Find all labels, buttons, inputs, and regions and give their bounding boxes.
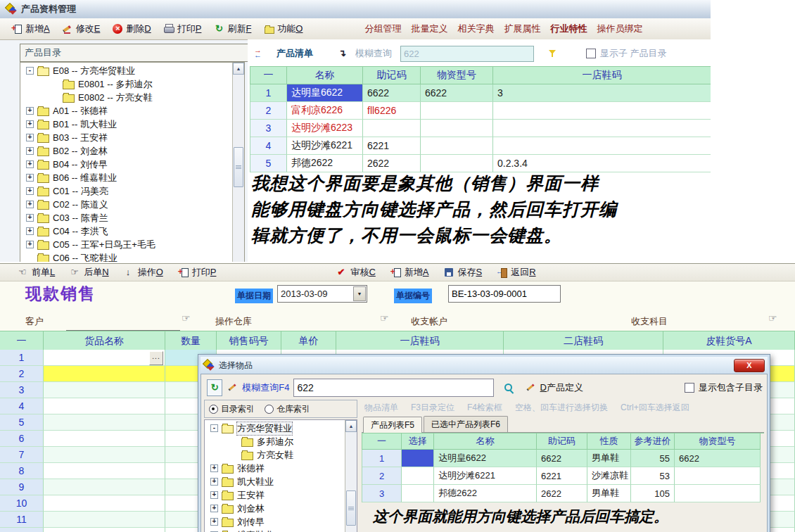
column-header[interactable]: 货品名称 bbox=[44, 331, 165, 351]
cell-nature[interactable]: 男单鞋 bbox=[587, 485, 631, 502]
cell-model[interactable]: 6622 bbox=[421, 84, 493, 102]
cell-item-name[interactable]: ... bbox=[44, 512, 165, 528]
filter-icon[interactable] bbox=[548, 49, 558, 58]
doc-date-combo[interactable]: 2013-03-09 ▼ bbox=[277, 285, 367, 303]
tree-expander-icon[interactable] bbox=[26, 120, 34, 128]
scrollbar-thumb[interactable] bbox=[234, 147, 243, 187]
cell-item-name[interactable]: ... bbox=[44, 479, 165, 495]
cell-name[interactable]: 邦德2622 bbox=[434, 485, 537, 502]
tree-item[interactable]: 刘传早 bbox=[205, 515, 357, 528]
dialog-titlebar[interactable]: 选择物品 X bbox=[201, 357, 768, 374]
tree-item[interactable]: B01 -- 凯大鞋业 bbox=[20, 118, 244, 131]
scrollbar-thumb[interactable] bbox=[346, 490, 356, 526]
column-header[interactable]: 名称 bbox=[287, 67, 363, 84]
table-row[interactable]: 1 达明皇6622 6622 6622 3 bbox=[250, 84, 711, 102]
cell-item-name[interactable]: ... bbox=[44, 463, 165, 479]
refresh-button[interactable] bbox=[207, 379, 222, 396]
column-header[interactable]: 数量 bbox=[165, 331, 217, 351]
cell-model[interactable] bbox=[675, 485, 761, 502]
tree-expander-icon[interactable] bbox=[26, 134, 34, 141]
cell-name[interactable]: 达明沙滩6221 bbox=[287, 137, 363, 155]
tab-product-list[interactable]: 产品列表F5 bbox=[363, 417, 422, 433]
cell-select[interactable] bbox=[402, 485, 434, 502]
cell-shoe-size[interactable]: 3 bbox=[493, 84, 711, 102]
table-row[interactable]: 3 邦德2622 2622 男单鞋 105 bbox=[362, 485, 764, 502]
column-header[interactable]: 一店鞋码 bbox=[336, 331, 504, 351]
picker-hand-icon[interactable] bbox=[182, 312, 191, 324]
cell-item-name[interactable]: ... bbox=[44, 350, 165, 366]
show-sub-checkbox[interactable] bbox=[586, 49, 596, 58]
tree-expander-icon[interactable] bbox=[26, 147, 34, 155]
cell-model[interactable] bbox=[421, 137, 493, 155]
tab-selected-list[interactable]: 已选中产品列表F6 bbox=[424, 416, 508, 432]
show-sub-dir-checkbox[interactable] bbox=[685, 383, 694, 393]
tree-expander-icon[interactable] bbox=[210, 478, 218, 486]
print-button[interactable]: 打印P bbox=[158, 20, 208, 37]
cell-item-name[interactable]: ... bbox=[44, 528, 165, 532]
cell-model[interactable]: 6622 bbox=[675, 450, 761, 467]
chevron-down-icon[interactable]: ▼ bbox=[353, 286, 366, 301]
cell-name[interactable]: 达明皇6622 bbox=[287, 84, 363, 102]
toolbar-link[interactable]: 操作员绑定 bbox=[597, 23, 642, 35]
toolbar-link[interactable]: 批量定义 bbox=[411, 23, 447, 35]
tree-expander-icon[interactable] bbox=[26, 160, 34, 168]
cell-mnemonic[interactable]: fll6226 bbox=[363, 102, 421, 120]
magnifier-icon[interactable] bbox=[504, 383, 514, 393]
cell-item-name[interactable]: ... bbox=[44, 495, 165, 512]
column-header[interactable]: 名称 bbox=[434, 433, 537, 450]
cell-mnemonic[interactable] bbox=[363, 120, 421, 137]
cell-mnemonic[interactable]: 6622 bbox=[537, 450, 587, 467]
add-button[interactable]: 新增A bbox=[391, 266, 429, 279]
cell-mnemonic[interactable]: 2622 bbox=[537, 485, 587, 502]
tree-item[interactable]: C05 -- 王军+日鸟王+毛毛 bbox=[20, 238, 244, 251]
cell-model[interactable] bbox=[421, 120, 493, 137]
tree-item[interactable]: B04 -- 刘传早 bbox=[20, 158, 244, 171]
cell-ref-price[interactable]: 55 bbox=[631, 450, 675, 467]
cell-nature[interactable]: 沙滩凉鞋 bbox=[587, 467, 631, 485]
tree-item[interactable]: B02 -- 刘金林 bbox=[20, 144, 244, 158]
function-button[interactable]: 功能O bbox=[257, 20, 309, 37]
tree-item[interactable]: 方亮华贸鞋业 bbox=[205, 422, 357, 435]
table-row[interactable]: 2 达明沙滩6221 6221 沙滩凉鞋 53 bbox=[362, 467, 764, 485]
tree-expander-icon[interactable] bbox=[26, 201, 34, 208]
column-header[interactable]: 二店鞋码 bbox=[504, 331, 663, 351]
tree-item[interactable]: A01 -- 张德祥 bbox=[20, 104, 244, 118]
delete-button[interactable]: 删除D bbox=[106, 20, 157, 37]
doc-number-input[interactable] bbox=[448, 285, 561, 303]
column-header[interactable]: 一店鞋码 bbox=[493, 67, 711, 84]
cell-item-name[interactable]: ... bbox=[44, 414, 165, 431]
fuzzy-search-input[interactable] bbox=[400, 46, 534, 62]
return-button[interactable]: 返回R bbox=[497, 266, 535, 279]
dialog-search-input[interactable] bbox=[293, 379, 493, 397]
toolbar-link[interactable]: 扩展属性 bbox=[504, 23, 540, 35]
operate-button[interactable]: 操作O bbox=[125, 266, 163, 279]
tree-expander-icon[interactable] bbox=[26, 214, 34, 222]
column-header[interactable]: 助记码 bbox=[363, 67, 421, 84]
close-button[interactable]: X bbox=[734, 359, 765, 372]
toolbar-link[interactable]: 行业特性 bbox=[550, 23, 587, 35]
cell-select[interactable] bbox=[402, 450, 434, 467]
tree-expander-icon[interactable] bbox=[210, 491, 218, 499]
print-button[interactable]: 打印P bbox=[179, 266, 217, 279]
tree-item[interactable]: 凯大鞋业 bbox=[205, 475, 357, 488]
cell-ref-price[interactable]: 53 bbox=[631, 467, 675, 485]
refresh-button[interactable]: 刷新F bbox=[208, 20, 257, 37]
toolbar-link[interactable]: 相关字典 bbox=[457, 23, 494, 35]
cell-mnemonic[interactable]: 6622 bbox=[363, 84, 421, 102]
table-row[interactable]: 3 达明沙滩6223 bbox=[250, 120, 711, 137]
scroll-up-button[interactable]: ▲ bbox=[345, 420, 357, 432]
cell-item-name[interactable]: ... bbox=[44, 398, 165, 414]
table-row[interactable]: 1 达明皇6622 6622 男单鞋 55 6622 bbox=[362, 450, 764, 467]
cell-item-name[interactable]: ... bbox=[44, 366, 165, 382]
tree-item[interactable]: C03 -- 陈青兰 bbox=[20, 211, 244, 224]
tree-expander-icon[interactable] bbox=[210, 464, 218, 472]
tree-item[interactable]: C06 -- 飞驼鞋业 bbox=[20, 251, 244, 262]
tree-expander-icon[interactable] bbox=[26, 174, 34, 182]
cell-model[interactable] bbox=[675, 467, 761, 485]
cell-select[interactable] bbox=[402, 467, 434, 485]
picker-hand-icon[interactable] bbox=[768, 312, 777, 324]
column-header[interactable]: 助记码 bbox=[537, 433, 587, 450]
column-header[interactable]: 性质 bbox=[587, 433, 631, 450]
cell-mnemonic[interactable]: 6221 bbox=[363, 137, 421, 155]
add-button[interactable]: 新增A bbox=[6, 20, 56, 37]
